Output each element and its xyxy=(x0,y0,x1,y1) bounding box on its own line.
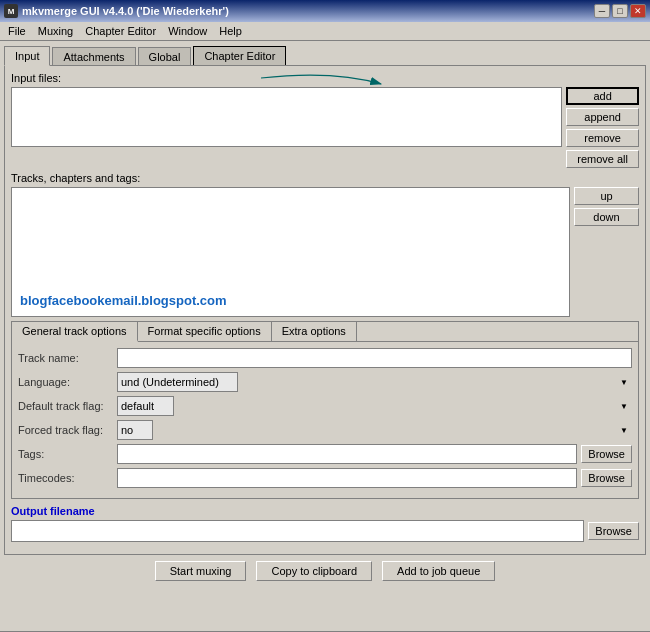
tracks-buttons: up down xyxy=(574,187,639,317)
title-bar-controls: ─ □ ✕ xyxy=(594,4,646,18)
default-track-row: Default track flag: default xyxy=(18,396,632,416)
input-files-list[interactable] xyxy=(11,87,562,147)
tracks-label: Tracks, chapters and tags: xyxy=(11,172,639,184)
input-files-label: Input files: xyxy=(11,72,639,84)
tab-input[interactable]: Input xyxy=(4,46,50,66)
tab-bar: Input Attachments Global Chapter Editor xyxy=(4,45,646,65)
language-row: Language: und (Undetermined) xyxy=(18,372,632,392)
track-options: General track options Format specific op… xyxy=(11,321,639,499)
timecodes-input[interactable] xyxy=(117,468,577,488)
menu-bar: File Muxing Chapter Editor Window Help xyxy=(0,22,650,41)
tab-global[interactable]: Global xyxy=(138,47,192,66)
start-muxing-button[interactable]: Start muxing xyxy=(155,561,247,581)
language-select[interactable]: und (Undetermined) xyxy=(117,372,238,392)
menu-file[interactable]: File xyxy=(2,23,32,39)
default-track-select-wrapper: default xyxy=(117,396,632,416)
watermark-text: blogfacebookemail.blogspot.com xyxy=(20,293,227,308)
maximize-button[interactable]: □ xyxy=(612,4,628,18)
content-panel: Input files: add append remove remove al… xyxy=(4,65,646,555)
output-label: Output filename xyxy=(11,505,639,517)
menu-muxing[interactable]: Muxing xyxy=(32,23,79,39)
output-section: Output filename Browse xyxy=(11,505,639,542)
menu-window[interactable]: Window xyxy=(162,23,213,39)
bottom-bar: Start muxing Copy to clipboard Add to jo… xyxy=(4,555,646,585)
output-browse-button[interactable]: Browse xyxy=(588,522,639,540)
add-job-queue-button[interactable]: Add to job queue xyxy=(382,561,495,581)
timecodes-label: Timecodes: xyxy=(18,472,113,484)
track-tab-content: Track name: Language: und (Undetermined)… xyxy=(12,342,638,498)
menu-help[interactable]: Help xyxy=(213,23,248,39)
tracks-list[interactable]: blogfacebookemail.blogspot.com xyxy=(11,187,570,317)
language-label: Language: xyxy=(18,376,113,388)
timecodes-row: Timecodes: Browse xyxy=(18,468,632,488)
down-button[interactable]: down xyxy=(574,208,639,226)
forced-track-select[interactable]: no xyxy=(117,420,153,440)
remove-button[interactable]: remove xyxy=(566,129,639,147)
default-track-label: Default track flag: xyxy=(18,400,113,412)
minimize-button[interactable]: ─ xyxy=(594,4,610,18)
up-button[interactable]: up xyxy=(574,187,639,205)
title-bar: M mkvmerge GUI v4.4.0 ('Die Wiederkehr')… xyxy=(0,0,650,22)
default-track-select[interactable]: default xyxy=(117,396,174,416)
tracks-section: blogfacebookemail.blogspot.com up down xyxy=(11,187,639,317)
tab-attachments[interactable]: Attachments xyxy=(52,47,135,66)
add-button[interactable]: add xyxy=(566,87,639,105)
language-select-wrapper: und (Undetermined) xyxy=(117,372,632,392)
copy-clipboard-button[interactable]: Copy to clipboard xyxy=(256,561,372,581)
append-button[interactable]: append xyxy=(566,108,639,126)
track-name-input[interactable] xyxy=(117,348,632,368)
menu-chapter-editor[interactable]: Chapter Editor xyxy=(79,23,162,39)
track-tab-general[interactable]: General track options xyxy=(12,322,138,342)
tags-browse-button[interactable]: Browse xyxy=(581,445,632,463)
app-icon: M xyxy=(4,4,18,18)
track-tab-format[interactable]: Format specific options xyxy=(138,322,272,341)
timecodes-browse-button[interactable]: Browse xyxy=(581,469,632,487)
input-files-buttons: add append remove remove all xyxy=(566,87,639,168)
title-bar-text: M mkvmerge GUI v4.4.0 ('Die Wiederkehr') xyxy=(4,4,229,18)
forced-track-label: Forced track flag: xyxy=(18,424,113,436)
track-name-label: Track name: xyxy=(18,352,113,364)
close-button[interactable]: ✕ xyxy=(630,4,646,18)
output-filename-input[interactable] xyxy=(11,520,584,542)
main-window: Input Attachments Global Chapter Editor … xyxy=(0,41,650,631)
tags-row: Tags: Browse xyxy=(18,444,632,464)
input-files-section: add append remove remove all xyxy=(11,87,639,168)
output-row: Browse xyxy=(11,520,639,542)
tags-input[interactable] xyxy=(117,444,577,464)
remove-all-button[interactable]: remove all xyxy=(566,150,639,168)
track-tab-extra[interactable]: Extra options xyxy=(272,322,357,341)
track-name-row: Track name: xyxy=(18,348,632,368)
forced-track-row: Forced track flag: no xyxy=(18,420,632,440)
forced-track-select-wrapper: no xyxy=(117,420,632,440)
tags-label: Tags: xyxy=(18,448,113,460)
track-tab-bar: General track options Format specific op… xyxy=(12,322,638,342)
tab-chapter-editor[interactable]: Chapter Editor xyxy=(193,46,286,66)
